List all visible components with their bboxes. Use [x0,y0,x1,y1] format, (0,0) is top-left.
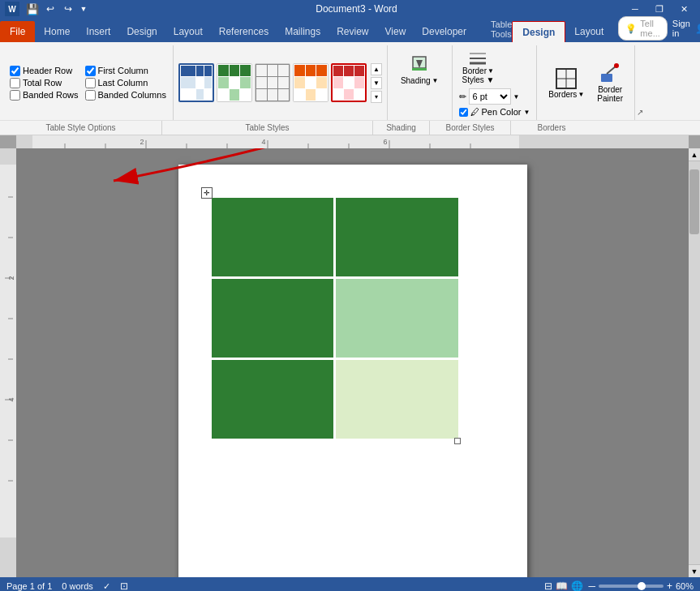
tab-home[interactable]: Home [36,21,78,42]
borders-dialog-launcher[interactable]: ↗ [635,106,645,118]
zoom-thumb[interactable] [638,582,646,590]
zoom-slider[interactable] [599,585,663,588]
last-column-checkbox[interactable] [85,78,96,88]
close-btn[interactable]: ✕ [672,2,695,16]
tab-review[interactable]: Review [329,21,376,42]
border-styles-label: Border Styles [430,121,511,135]
ruler: 2 4 6 [16,135,689,148]
svg-text:2: 2 [7,276,15,280]
tab-layout[interactable]: Layout [165,21,211,42]
header-row-checkbox-label[interactable]: Header Row [10,66,79,76]
tab-table-design[interactable]: Design [512,21,565,42]
table-style-options-label: Table Style Options [0,121,162,135]
zoom-out-btn[interactable]: ─ [588,580,595,591]
border-painter-btn[interactable]: BorderPainter [592,59,628,106]
banded-rows-checkbox-label[interactable]: Banded Rows [10,90,79,101]
table-cell[interactable] [335,278,460,359]
table-row [210,359,459,440]
svg-rect-29 [0,165,16,537]
signin-btn[interactable]: Sign in [672,19,690,38]
styles-more-btn[interactable]: ▾ [371,91,382,103]
table-resize-handle[interactable] [454,438,461,444]
proofing-icon[interactable]: ✓ [103,581,110,592]
table-style-swatch-1[interactable] [178,63,214,102]
pen-size-select[interactable]: 6 pt 1/2 pt 1 pt 3 pt [469,88,511,105]
table-cell[interactable] [210,197,335,278]
first-column-checkbox[interactable] [85,66,96,76]
pen-color-checkbox[interactable] [459,108,468,117]
pen-color-row[interactable]: 🖊 Pen Color ▼ [459,107,530,117]
scroll-up-btn[interactable]: ▲ [689,148,700,161]
first-column-checkbox-label[interactable]: First Column [85,66,166,76]
svg-rect-9 [601,74,612,82]
border-styles-btn[interactable]: Border ▼ Styles ▼ [459,49,498,86]
table-cell[interactable] [210,278,335,359]
tab-mailings[interactable]: Mailings [277,21,329,42]
svg-point-11 [614,63,619,68]
table-row [210,278,459,359]
borders-dropdown-arrow[interactable]: ▼ [578,91,584,98]
pen-icon: 🖊 [470,107,479,117]
zoom-in-btn[interactable]: + [667,580,672,591]
redo-qat-btn[interactable]: ↪ [60,2,76,16]
table-cell[interactable] [210,359,335,440]
table-move-handle[interactable]: ✛ [201,187,213,199]
banded-columns-checkbox-label[interactable]: Banded Columns [85,90,166,101]
table-style-swatch-2[interactable] [217,63,252,102]
banded-columns-checkbox[interactable] [85,90,96,101]
table-style-swatch-5[interactable] [331,63,367,102]
pen-weight-icon: ✏ [459,92,466,102]
vertical-ruler: 2 4 [0,148,16,577]
save-qat-btn[interactable]: 💾 [24,2,41,16]
share-btn[interactable]: 👤 Share [695,24,700,34]
pen-color-dropdown[interactable]: ▼ [523,109,530,116]
tab-file[interactable]: File [0,21,35,42]
svg-text:2: 2 [140,138,144,146]
pen-size-dropdown[interactable]: ▼ [513,93,520,101]
table-cell[interactable] [335,359,460,440]
shading-group: Shading ▼ [388,45,453,120]
word-count: 0 words [62,581,93,591]
tab-view[interactable]: View [377,21,414,42]
restore-btn[interactable]: ❐ [648,2,671,16]
borders-btn[interactable]: Borders ▼ [543,64,589,102]
styles-scroll-down[interactable]: ▼ [371,77,382,89]
table-style-options-group: Header Row Total Row Banded Rows First [3,45,174,120]
window-title: Document3 - Word [91,3,622,15]
document-table[interactable] [209,195,461,441]
banded-rows-checkbox[interactable] [10,90,20,101]
lightbulb-icon: 💡 [625,24,637,34]
tab-references[interactable]: References [211,21,277,42]
table-style-swatch-4[interactable] [293,63,329,102]
last-column-checkbox-label[interactable]: Last Column [85,78,166,88]
table-style-swatch-3[interactable] [255,63,290,102]
read-mode-icon[interactable]: 📖 [556,580,568,591]
border-styles-arrow[interactable]: ▼ [487,67,494,75]
track-changes-icon[interactable]: ⊡ [120,580,128,591]
total-row-checkbox-label[interactable]: Total Row [10,78,79,88]
total-row-checkbox[interactable] [10,78,20,88]
minimize-btn[interactable]: ─ [624,2,646,16]
shading-dropdown-arrow[interactable]: ▼ [432,77,439,84]
vertical-scrollbar[interactable]: ▲ ▼ [689,148,700,577]
print-layout-icon[interactable]: ⊟ [544,580,552,591]
scroll-down-btn[interactable]: ▼ [689,564,700,577]
tell-me-box[interactable]: 💡 Tell me... [618,16,667,41]
zoom-level[interactable]: 60% [676,581,694,591]
tab-developer[interactable]: Developer [414,21,475,42]
scroll-thumb[interactable] [689,169,699,234]
zoom-controls: ─ + 60% [588,580,694,591]
table-cell[interactable] [335,197,460,278]
web-layout-icon[interactable]: 🌐 [571,580,583,591]
tab-insert[interactable]: Insert [78,21,118,42]
qat-dropdown[interactable]: ▼ [78,2,89,16]
tab-table-layout[interactable]: Layout [566,21,612,42]
svg-rect-2 [412,68,427,71]
table-row [210,197,459,278]
app-icon: W [5,2,19,16]
tab-design[interactable]: Design [118,21,165,42]
shading-btn[interactable]: Shading ▼ [394,49,445,88]
header-row-checkbox[interactable] [10,66,20,76]
undo-qat-btn[interactable]: ↩ [42,2,58,16]
styles-scroll-up[interactable]: ▲ [371,63,382,75]
